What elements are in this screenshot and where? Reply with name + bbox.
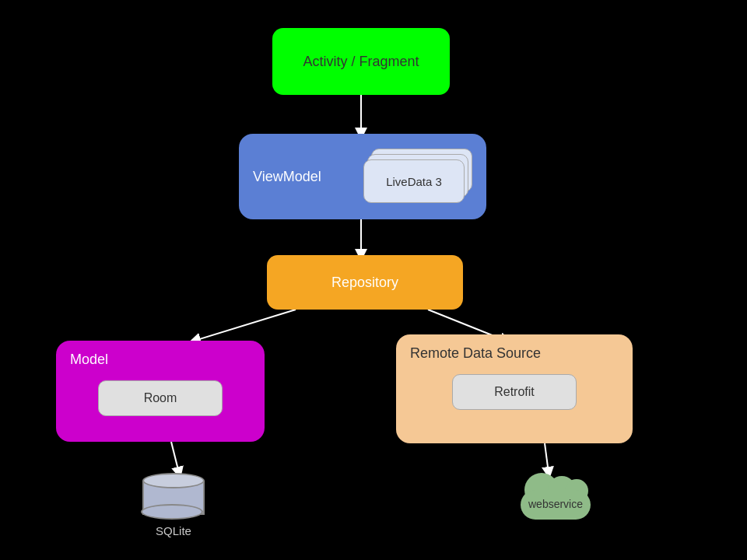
- webservice-cloud: webservice: [509, 473, 602, 520]
- model-box: Model Room: [56, 341, 265, 442]
- livedata-stack: LiveData 3: [363, 149, 472, 205]
- retrofit-label: Retrofit: [494, 385, 535, 399]
- activity-fragment-box: Activity / Fragment: [272, 28, 450, 95]
- webservice-label: webservice: [528, 498, 583, 510]
- cylinder-bottom: [141, 504, 203, 520]
- diagram-container: Activity / Fragment ViewModel LiveData 3…: [0, 0, 747, 560]
- model-label: Model: [70, 352, 251, 368]
- svg-line-4: [171, 442, 179, 473]
- livedata-card-front: LiveData 3: [363, 159, 465, 203]
- livedata-label: LiveData 3: [386, 175, 442, 188]
- webservice-container: webservice: [509, 473, 602, 520]
- room-label: Room: [144, 391, 177, 405]
- sqlite-cylinder: [142, 473, 205, 520]
- remote-data-source-box: Remote Data Source Retrofit: [396, 334, 633, 443]
- remote-data-source-label: Remote Data Source: [410, 345, 619, 362]
- sqlite-container: SQLite: [142, 473, 205, 537]
- repository-box: Repository: [267, 255, 463, 310]
- svg-line-2: [195, 310, 296, 341]
- sqlite-label: SQLite: [156, 524, 191, 537]
- viewmodel-label: ViewModel: [253, 169, 321, 185]
- repository-label: Repository: [331, 275, 398, 291]
- svg-line-5: [545, 443, 549, 473]
- activity-fragment-label: Activity / Fragment: [303, 54, 419, 70]
- retrofit-card: Retrofit: [452, 374, 577, 410]
- room-card: Room: [98, 380, 223, 416]
- viewmodel-box: ViewModel LiveData 3: [239, 134, 486, 219]
- cylinder-top: [142, 473, 205, 488]
